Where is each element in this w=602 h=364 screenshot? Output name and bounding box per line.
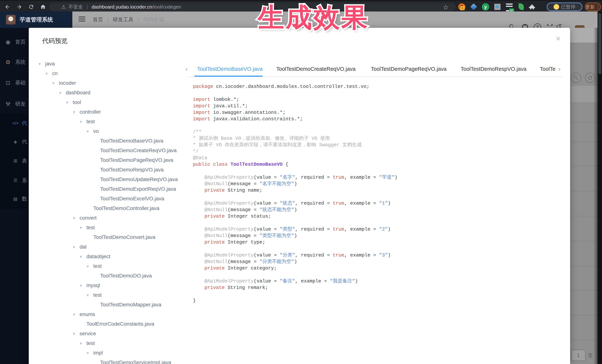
file-tab[interactable]: ToolTestDemoBaseVO.java	[197, 65, 263, 73]
tree-file[interactable]: ToolTestDemoController.java	[86, 204, 159, 213]
tree-file[interactable]: ToolTestDemoPageReqVO.java	[94, 155, 173, 165]
sidebar-subitem[interactable]: ◈代	[0, 137, 29, 146]
tabs-scroll-left-icon[interactable]: ‹	[185, 65, 187, 73]
tree-node-label: test	[86, 225, 95, 230]
sidebar-subitem[interactable]: ⊞表	[0, 156, 29, 166]
file-tab[interactable]: ToolTestDemoPageReqVO.java	[371, 65, 447, 73]
tree-folder[interactable]: ▾dataobject	[80, 252, 110, 261]
breadcrumb: 首页 / 研发工具 / 代码生成	[93, 11, 164, 28]
code-line: @ApiModelProperty(value = "类型", required…	[193, 226, 560, 233]
code-line: * 如果子 VO 存在差异的字段，请不要添加到这里，影响 Swagger 文档生…	[193, 142, 560, 148]
url-domain[interactable]: dashboard.yudao.iocoder.cn	[92, 4, 152, 10]
hamburger-icon[interactable]	[79, 17, 85, 23]
caret-down-icon: ▾	[73, 242, 80, 252]
extension-list-icon[interactable]: on	[505, 3, 513, 11]
url-path[interactable]: /tool/codegen	[152, 4, 181, 10]
sidebar-subitem[interactable]: ▤数	[0, 194, 29, 204]
tree-file[interactable]: ToolTestDemoDO.java	[94, 271, 152, 281]
tree-node-label: ToolTestDemoExcelVO.java	[100, 196, 164, 201]
extensions-puzzle-icon[interactable]	[528, 3, 536, 11]
tree-folder[interactable]: ▾java	[39, 59, 55, 69]
tree-folder[interactable]: ▾impl	[86, 348, 103, 358]
caret-down-icon: ▾	[73, 329, 80, 339]
forward-icon[interactable]	[16, 4, 22, 10]
profile-paused-button[interactable]: 已暂停	[547, 3, 582, 11]
logo-block[interactable]: 芋道管理系统	[0, 11, 72, 28]
extension-gem-icon[interactable]	[470, 3, 478, 11]
tabs-scroll-right-icon[interactable]: ›	[559, 65, 560, 73]
back-icon[interactable]	[4, 4, 11, 10]
caret-down-icon: ▾	[73, 107, 80, 117]
code-line	[193, 246, 560, 252]
code-line: import java.util.*;	[193, 103, 560, 109]
code-line: import javax.validation.constraints.*;	[193, 116, 560, 122]
browser-menu-icon[interactable]: ⋮	[596, 4, 600, 10]
tree-folder[interactable]: ▾enums	[73, 310, 95, 319]
tree-file[interactable]: ToolTestDemoExportReqVO.java	[94, 184, 176, 194]
tree-folder[interactable]: ▾test	[80, 338, 95, 348]
tree-file[interactable]: ToolTestDemoServiceImpl.java	[94, 358, 171, 364]
tree-folder[interactable]: ▾cn	[45, 69, 58, 78]
tree-folder[interactable]: ▾mysql	[80, 281, 100, 290]
tree-folder[interactable]: ▾convert	[73, 213, 97, 223]
code-line: /**	[193, 129, 560, 135]
code-line: private String remark;	[193, 284, 560, 291]
sidebar-item[interactable]: ⚒研发	[0, 99, 29, 109]
file-tab[interactable]: ToolTestDemoCreateReqVO.java	[276, 65, 355, 73]
reload-icon[interactable]	[28, 4, 34, 10]
tree-folder[interactable]: ▾vo	[86, 126, 99, 136]
browser-update-button[interactable]: 更新 ⋮	[585, 3, 601, 11]
file-tab[interactable]: ToolTestDemoRespVO.java	[461, 65, 527, 73]
search-round-button[interactable]	[571, 73, 581, 83]
tree-folder[interactable]: ▾tool	[66, 97, 81, 107]
tree-file[interactable]: ToolTestDemoUpdateReqVO.java	[94, 175, 178, 184]
tree-node-label: iocoder	[59, 80, 76, 86]
tree-file[interactable]: ToolTestDemoCreateReqVO.java	[94, 146, 177, 155]
scrollbar-thumb[interactable]	[598, 13, 601, 74]
sidebar-item[interactable]: ◉首页	[0, 37, 29, 47]
sidebar-subitem[interactable]: ☰系	[0, 176, 29, 185]
tree-node-label: dashboard	[66, 90, 90, 95]
code-line: @NotNull(message = "状态不能为空")	[193, 207, 560, 213]
breadcrumb-home[interactable]: 首页	[93, 16, 103, 23]
tree-file[interactable]: ToolTestDemoMapper.java	[94, 300, 161, 310]
tree-folder[interactable]: ▾test	[86, 290, 102, 300]
breadcrumb-tools[interactable]: 研发工具	[113, 16, 134, 23]
security-label[interactable]: 不安全	[68, 4, 83, 10]
tree-file[interactable]: ToolTestDemoExcelVO.java	[94, 194, 164, 204]
tree-node-label: controller	[80, 109, 101, 115]
tree-folder[interactable]: ▾test	[80, 223, 95, 232]
tree-folder[interactable]: ▾iocoder	[52, 78, 76, 88]
extension-orange-icon[interactable]: 1	[458, 3, 466, 11]
close-icon[interactable]: ×	[556, 34, 561, 43]
bookmark-star-icon[interactable]: ☆	[443, 3, 448, 11]
tree-node-label: ToolErrorCodeConstants.java	[86, 321, 154, 327]
modal-shadow	[593, 28, 598, 364]
tree-file[interactable]: ToolErrorCodeConstants.java	[80, 319, 154, 329]
tree-file[interactable]: ToolTestDemoBaseVO.java	[94, 136, 163, 146]
sidebar-item[interactable]: ⚙系统	[0, 57, 29, 67]
address-bar[interactable]: ⚠ 不安全 | dashboard.yudao.iocoder.cn/tool/…	[49, 3, 455, 11]
tree-folder[interactable]: ▾dashboard	[59, 88, 90, 97]
app-logo	[6, 15, 16, 24]
tree-folder[interactable]: ▾service	[73, 329, 96, 338]
code-line	[193, 271, 560, 278]
sidebar-subitem[interactable]: </>代	[0, 118, 29, 128]
file-tab[interactable]: ToolTe	[540, 65, 559, 73]
tree-folder[interactable]: ▾dal	[73, 242, 86, 252]
tree-file[interactable]: ToolTestDemoRespVO.java	[94, 165, 164, 175]
extension-grid-icon[interactable]	[493, 3, 502, 11]
tree-folder[interactable]: ▾test	[86, 261, 102, 271]
code-line	[193, 220, 560, 226]
extension-sprout-icon[interactable]	[517, 3, 525, 11]
home-icon[interactable]	[40, 4, 46, 10]
code-line: private String name;	[193, 187, 560, 194]
extension-green-icon[interactable]: y	[482, 3, 490, 11]
tree-folder[interactable]: ▾controller	[73, 107, 101, 117]
caret-down-icon: ▾	[39, 59, 45, 69]
sidebar-item[interactable]: ⊡基础	[0, 78, 29, 87]
tree-file[interactable]: ToolTestDemoConvert.java	[86, 232, 155, 242]
page-number-input[interactable]: 1	[571, 350, 586, 361]
tree-folder[interactable]: ▾test	[80, 117, 95, 126]
code-line	[193, 291, 560, 297]
